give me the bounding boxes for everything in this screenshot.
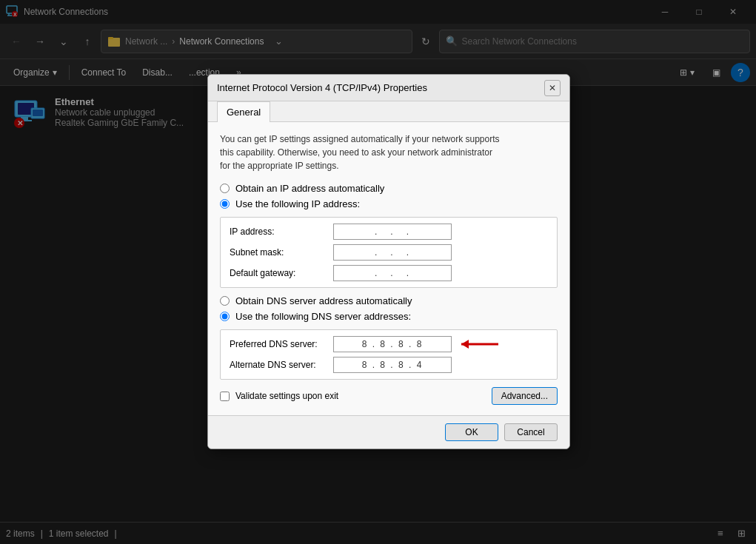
- default-gateway-label: Default gateway:: [230, 268, 333, 278]
- validate-label[interactable]: Validate settings upon exit: [235, 391, 338, 401]
- validate-left: Validate settings upon exit: [220, 391, 338, 401]
- ok-button[interactable]: OK: [445, 423, 498, 441]
- red-arrow-indicator: [458, 335, 502, 353]
- preferred-dns-label: Preferred DNS server:: [230, 339, 333, 349]
- subnet-mask-row: Subnet mask:: [230, 244, 548, 261]
- default-gateway-input[interactable]: [333, 265, 452, 281]
- auto-dns-radio[interactable]: [220, 296, 230, 306]
- dialog-buttons: OK Cancel: [208, 415, 569, 449]
- ip-fields-section: IP address: Subnet mask: Default gateway…: [220, 217, 558, 288]
- dialog-tabs: General: [208, 101, 569, 122]
- dialog-close-button[interactable]: ✕: [544, 80, 561, 96]
- validate-row: Validate settings upon exit Advanced...: [220, 387, 558, 405]
- manual-dns-radio[interactable]: [220, 312, 230, 321]
- svg-marker-17: [461, 340, 469, 349]
- auto-ip-row: Obtain an IP address automatically: [220, 183, 558, 194]
- auto-dns-label[interactable]: Obtain DNS server address automatically: [235, 295, 412, 306]
- dialog-title-bar: Internet Protocol Version 4 (TCP/IPv4) P…: [208, 75, 569, 101]
- validate-checkbox[interactable]: [220, 392, 230, 401]
- subnet-mask-input[interactable]: [333, 244, 452, 261]
- ip-radio-group: Obtain an IP address automatically Use t…: [220, 183, 558, 209]
- alternate-dns-label: Alternate DNS server:: [230, 360, 333, 370]
- tab-general[interactable]: General: [217, 101, 270, 122]
- preferred-dns-row: Preferred DNS server:: [230, 336, 548, 352]
- dialog-overlay: Internet Protocol Version 4 (TCP/IPv4) P…: [0, 0, 756, 544]
- dialog-title: Internet Protocol Version 4 (TCP/IPv4) P…: [217, 82, 538, 93]
- manual-ip-label[interactable]: Use the following IP address:: [235, 198, 360, 209]
- ip-address-label: IP address:: [230, 226, 333, 237]
- manual-dns-row: Use the following DNS server addresses:: [220, 311, 558, 322]
- dns-fields-section: Preferred DNS server: Alternate DNS serv…: [220, 329, 558, 380]
- auto-ip-label[interactable]: Obtain an IP address automatically: [235, 183, 384, 194]
- default-gateway-row: Default gateway:: [230, 265, 548, 281]
- cancel-button[interactable]: Cancel: [504, 423, 558, 441]
- dns-radio-group: Obtain DNS server address automatically …: [220, 295, 558, 322]
- preferred-dns-input[interactable]: [333, 336, 452, 352]
- alternate-dns-row: Alternate DNS server:: [230, 357, 548, 373]
- ip-address-row: IP address:: [230, 224, 548, 240]
- auto-ip-radio[interactable]: [220, 184, 230, 193]
- dialog-description: You can get IP settings assigned automat…: [220, 132, 558, 172]
- ip-address-input[interactable]: [333, 224, 452, 240]
- auto-dns-row: Obtain DNS server address automatically: [220, 295, 558, 306]
- subnet-mask-label: Subnet mask:: [230, 247, 333, 258]
- manual-ip-radio[interactable]: [220, 199, 230, 209]
- tcp-ipv4-dialog: Internet Protocol Version 4 (TCP/IPv4) P…: [207, 74, 570, 449]
- manual-ip-row: Use the following IP address:: [220, 198, 558, 209]
- dialog-body: You can get IP settings assigned automat…: [208, 122, 569, 415]
- advanced-button[interactable]: Advanced...: [492, 387, 558, 405]
- alternate-dns-input[interactable]: [333, 357, 452, 373]
- manual-dns-label[interactable]: Use the following DNS server addresses:: [235, 311, 411, 322]
